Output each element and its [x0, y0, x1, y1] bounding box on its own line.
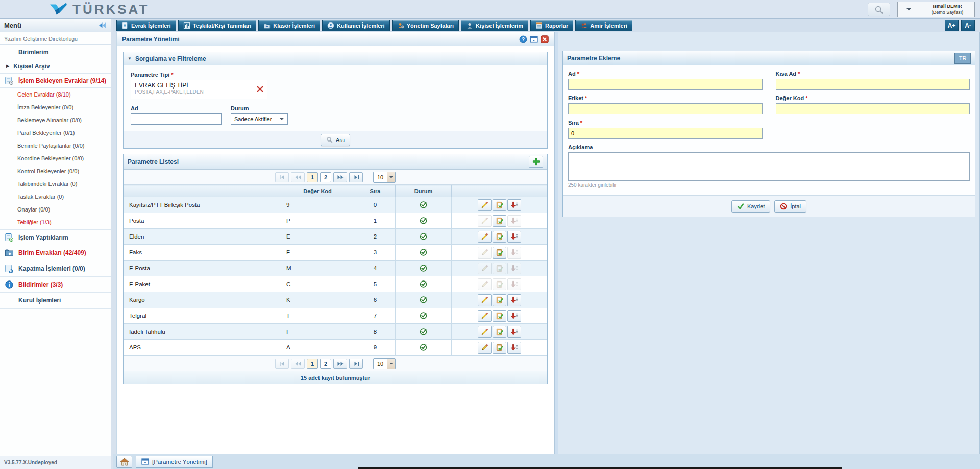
toggle-active-button[interactable]	[493, 247, 506, 259]
nav-tab-teskilat-kisi-tanimlari[interactable]: Teşkilat/Kişi Tanımları	[178, 20, 257, 31]
save-button[interactable]: Kaydet	[731, 200, 770, 213]
parametre-tipi-combo[interactable]: EVRAK GELİŞ TİPİ POSTA,FAX,E-PAKET,ELDEN	[131, 80, 267, 99]
next-page-button[interactable]	[333, 172, 347, 182]
toggle-active-button[interactable]	[493, 215, 506, 227]
previous-page-button[interactable]	[291, 359, 305, 369]
edit-button[interactable]	[478, 215, 492, 227]
expander-icon[interactable]: ▶	[6, 64, 9, 68]
change-order-button[interactable]	[507, 342, 521, 354]
help-icon[interactable]	[519, 35, 527, 43]
sidebar-item-kontrol-bekleyenler[interactable]: Kontrol Bekleyenler (0/0)	[0, 165, 111, 177]
aciklama-field[interactable]	[568, 152, 970, 181]
toggle-active-button[interactable]	[493, 310, 506, 322]
sidebar-item-onaylar[interactable]: Onaylar (0/0)	[0, 203, 111, 216]
kisa-ad-field[interactable]	[776, 79, 970, 90]
home-button[interactable]	[116, 456, 132, 468]
panel-splitter[interactable]	[554, 32, 558, 454]
sidebar-item-birimlerim[interactable]: Birimlerim	[0, 45, 111, 59]
page-size-select[interactable]: 10	[373, 358, 396, 369]
page-2-button[interactable]: 2	[320, 359, 331, 369]
font-increase-button[interactable]: A+	[945, 20, 959, 31]
first-page-button[interactable]	[275, 359, 289, 369]
sidebar-item-birim-evraklari[interactable]: Birim Evrakları (42/409)	[0, 245, 111, 261]
durum-select[interactable]: Sadece Aktifler	[231, 113, 288, 125]
toggle-active-button[interactable]	[493, 231, 506, 243]
clear-selection-icon[interactable]	[257, 86, 263, 92]
nav-tab-klasor-islemleri[interactable]: Klasör İşlemleri	[258, 20, 320, 31]
sidebar-item-tebligler[interactable]: Tebliğler (1/3)	[0, 216, 111, 228]
edit-button[interactable]	[478, 342, 492, 354]
sira-field[interactable]	[568, 128, 763, 139]
add-parameter-button[interactable]	[529, 156, 543, 168]
change-order-button[interactable]	[507, 326, 521, 338]
deger-kod-field[interactable]	[776, 103, 970, 114]
sidebar-item-benimle-paylasilanlar[interactable]: Benimle Paylaşılanlar (0/0)	[0, 139, 111, 152]
filter-panel-header[interactable]: ▼ Sorgulama ve Filtreleme	[124, 52, 547, 65]
sidebar-item-koordine-bekleyenler[interactable]: Koordine Bekleyenler (0/0)	[0, 152, 111, 165]
edit-button[interactable]	[478, 199, 492, 211]
next-page-button[interactable]	[333, 359, 347, 369]
change-order-button[interactable]	[507, 199, 521, 211]
change-order-button[interactable]	[507, 278, 521, 290]
edit-button[interactable]	[478, 278, 492, 290]
toggle-active-button[interactable]	[493, 263, 506, 274]
nav-tab-kullanici-islemleri[interactable]: Kullanıcı İşlemleri	[322, 20, 390, 31]
sidebar-item-imza-bekleyenler[interactable]: İmza Bekleyenler (0/0)	[0, 101, 111, 113]
page-size-select[interactable]: 10	[373, 172, 396, 183]
edit-button[interactable]	[478, 310, 492, 322]
page-1-button[interactable]: 1	[307, 359, 318, 369]
nav-tab-yonetim-sayfalari[interactable]: Yönetim Sayfaları	[392, 20, 459, 31]
sidebar-item-kurul-islemleri[interactable]: Kurul İşlemleri	[0, 293, 111, 309]
sidebar-item-beklemeye-alinanlar[interactable]: Beklemeye Alınanlar (0/0)	[0, 113, 111, 126]
edit-button[interactable]	[478, 231, 492, 243]
toggle-active-button[interactable]	[493, 326, 506, 338]
change-order-button[interactable]	[507, 294, 521, 306]
edit-button[interactable]	[478, 247, 492, 259]
collapse-triangle-icon[interactable]: ▼	[128, 56, 132, 61]
ad-input[interactable]	[131, 113, 222, 125]
minimize-window-icon[interactable]	[530, 36, 538, 43]
sidebar-item-taslak-evraklar[interactable]: Taslak Evraklar (0)	[0, 190, 111, 203]
global-search-button[interactable]	[868, 3, 890, 16]
sidebar-item-kisisel-arsiv[interactable]: ▶Kişisel Arşiv	[0, 59, 111, 74]
ad-field[interactable]	[568, 79, 763, 90]
user-menu[interactable]: İsmail DEMİR (Demo Sayfası)	[897, 2, 975, 17]
change-order-button[interactable]	[507, 231, 521, 243]
edit-button[interactable]	[478, 263, 492, 274]
toggle-active-button[interactable]	[493, 199, 506, 211]
change-order-button[interactable]	[507, 247, 521, 259]
sidebar-item-takibimdeki-evraklar[interactable]: Takibimdeki Evraklar (0)	[0, 177, 111, 190]
toggle-active-button[interactable]	[493, 342, 506, 354]
collapse-menu-icon[interactable]	[98, 22, 107, 29]
toggle-active-button[interactable]	[493, 278, 506, 290]
nav-tab-raporlar[interactable]: Raporlar	[530, 20, 573, 31]
edit-button[interactable]	[478, 294, 492, 306]
last-page-button[interactable]	[349, 172, 363, 182]
nav-tab-evrak-islemleri[interactable]: Evrak İşlemleri	[116, 20, 176, 31]
sidebar-item-kapatma-islemleri[interactable]: Kapatma İşlemleri (0/0)	[0, 261, 111, 277]
sidebar-item-gelen-evraklar[interactable]: Gelen Evraklar (8/10)	[0, 88, 111, 101]
close-icon[interactable]	[541, 35, 549, 43]
sidebar-item-islem-bekleyen-evraklar[interactable]: İşlem Bekleyen Evraklar (9/14)	[0, 74, 111, 88]
taskbar-tab-parametre-yonetimi[interactable]: [Parametre Yönetimi]	[136, 456, 213, 468]
change-order-button[interactable]	[507, 215, 521, 227]
cancel-button[interactable]: İptal	[774, 200, 806, 213]
change-order-button[interactable]	[507, 310, 521, 322]
page-1-button[interactable]: 1	[307, 172, 318, 182]
last-page-button[interactable]	[349, 359, 363, 369]
previous-page-button[interactable]	[291, 172, 305, 182]
language-button[interactable]: TR	[954, 53, 971, 64]
edit-button[interactable]	[478, 326, 492, 338]
nav-tab-amir-islemleri[interactable]: Amir İşlemleri	[575, 20, 632, 31]
change-order-button[interactable]	[507, 263, 521, 274]
font-decrease-button[interactable]: A-	[961, 20, 975, 31]
nav-tab-kisisel-islemlerim[interactable]: Kişisel İşlemlerim	[461, 20, 528, 31]
page-2-button[interactable]: 2	[320, 172, 331, 182]
sidebar-item-bildirimler[interactable]: Bildirimler (3/3)	[0, 277, 111, 293]
etiket-field[interactable]	[568, 103, 763, 114]
sidebar-item-paraf-bekleyenler[interactable]: Paraf Bekleyenler (0/1)	[0, 126, 111, 139]
toggle-active-button[interactable]	[493, 294, 506, 306]
sidebar-item-islem-yaptiklarim[interactable]: İşlem Yaptıklarım	[0, 229, 111, 245]
search-button[interactable]: Ara	[321, 134, 350, 146]
first-page-button[interactable]	[275, 172, 289, 182]
